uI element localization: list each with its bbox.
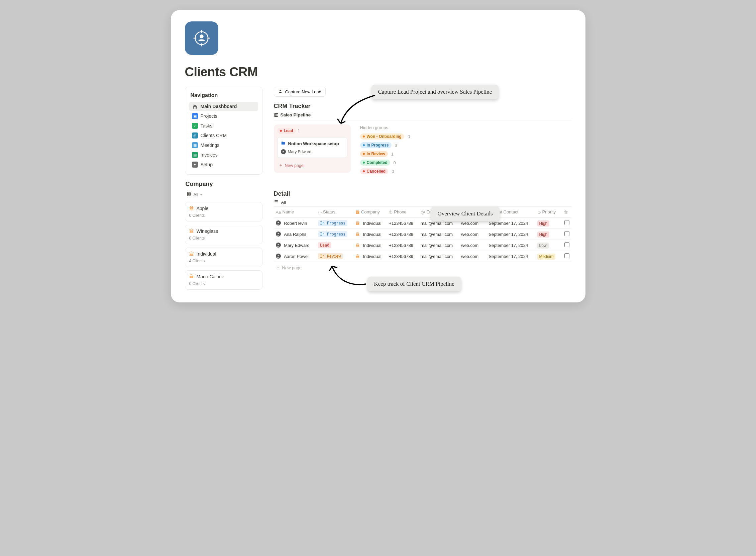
nav-label: Invoices [201, 152, 218, 158]
svg-rect-7 [190, 193, 191, 194]
group-label: In Progress [367, 143, 389, 147]
detail-title: Detail [274, 190, 571, 197]
building-icon: 🏛 [189, 251, 194, 256]
col-company[interactable]: 🏛Company [353, 207, 387, 218]
table-row[interactable]: Mary Edward Lead 🏛 Individual +123456789… [274, 240, 571, 251]
nav-label: Tasks [201, 123, 213, 129]
hidden-group-row[interactable]: Cancelled 0 [360, 168, 410, 174]
svg-rect-11 [274, 113, 278, 116]
nav-item-meetings[interactable]: ▦ Meetings [189, 140, 258, 150]
nav-item-main-dashboard[interactable]: Main Dashboard [189, 102, 258, 111]
app-logo-icon [185, 22, 218, 55]
row-checkbox[interactable] [564, 231, 569, 236]
cell-company: Individual [363, 243, 381, 248]
nav-label: Projects [201, 113, 218, 119]
detail-tab-all[interactable]: All [274, 199, 571, 205]
new-page-label: New page [285, 163, 304, 168]
app-window: Clients CRM Navigation Main Dashboard ▣ … [171, 10, 585, 303]
dot-icon [280, 130, 282, 132]
cell-company: Individual [363, 232, 381, 237]
row-checkbox[interactable] [564, 253, 569, 258]
dot-icon [363, 162, 365, 164]
cell-phone: +123456789 [387, 229, 419, 240]
nav-item-setup[interactable]: ✦ Setup [189, 160, 258, 169]
hidden-group-row[interactable]: In Progress 3 [360, 142, 410, 148]
building-icon: 🏛 [355, 221, 360, 226]
lead-pill[interactable]: Lead [277, 128, 296, 134]
nav-label: Main Dashboard [201, 104, 237, 109]
cell-website: web.com [459, 251, 487, 262]
svg-point-18 [277, 222, 278, 223]
group-pill: In Review [360, 151, 388, 157]
navigation-title: Navigation [191, 92, 257, 98]
company-view-label: All [194, 192, 198, 197]
capture-label: Capture New Lead [285, 89, 321, 94]
lead-card[interactable]: Notion Workspace setup Mary Edward [277, 137, 347, 158]
cell-status: In Progress [318, 220, 347, 226]
nav-item-clients-crm[interactable]: ◎ Clients CRM [189, 131, 258, 140]
col-actions[interactable]: 🗑 [560, 207, 571, 218]
group-count: 0 [393, 160, 396, 165]
company-card[interactable]: 🏛 MacroCalorie 0 Clients [185, 270, 262, 290]
cell-last-contact: September 17, 2024 [487, 251, 535, 262]
capture-new-lead-button[interactable]: Capture New Lead [274, 86, 326, 97]
svg-rect-6 [187, 193, 189, 194]
nav-item-invoices[interactable]: ▤ Invoices [189, 150, 258, 160]
table-row[interactable]: Aaron Powell In Review 🏛 Individual +123… [274, 251, 571, 262]
hidden-group-row[interactable]: Won - Onboarding 0 [360, 134, 410, 139]
row-checkbox[interactable] [564, 242, 569, 247]
navigation-card: Navigation Main Dashboard ▣ Projects ✓ T… [185, 86, 262, 175]
group-count: 0 [408, 134, 410, 139]
col-name[interactable]: AaName [274, 207, 316, 218]
table-row[interactable]: Ana Ralphs In Progress 🏛 Individual +123… [274, 229, 571, 240]
svg-point-10 [279, 90, 281, 91]
detail-new-page[interactable]: ＋ New page [274, 262, 571, 273]
company-sub: 4 Clients [189, 258, 258, 263]
group-count: 3 [395, 143, 397, 148]
cell-email: mail@email.com [419, 240, 459, 251]
table-row[interactable]: Robert levin In Progress 🏛 Individual +1… [274, 218, 571, 229]
new-page-button[interactable]: ＋ New page [277, 160, 347, 171]
nav-label: Meetings [201, 142, 220, 148]
col-phone[interactable]: ✆Phone [387, 207, 419, 218]
cell-name: Mary Edward [284, 243, 310, 248]
lead-label: Lead [284, 129, 293, 133]
company-card[interactable]: 🏛 Apple 0 Clients [185, 202, 262, 221]
tab-sales-pipeline[interactable]: Sales Pipeline [274, 112, 311, 117]
check-icon: ✓ [192, 123, 198, 129]
col-priority[interactable]: ⊙Priority [535, 207, 560, 218]
company-card[interactable]: 🏛 Individual 4 Clients [185, 248, 262, 267]
person-avatar-icon [276, 243, 281, 248]
cell-status: In Progress [318, 231, 347, 237]
nav-label: Clients CRM [201, 133, 227, 138]
group-pill: In Progress [360, 142, 391, 148]
person-avatar-icon [281, 149, 286, 154]
hidden-groups-title: Hidden groups [360, 125, 410, 130]
detail-table: AaName ◌Status 🏛Company ✆Phone @Email ⊕W… [274, 206, 571, 262]
group-label: Completed [367, 160, 387, 165]
company-name: Individual [197, 251, 216, 256]
hidden-group-row[interactable]: Completed 0 [360, 160, 410, 166]
hidden-group-row[interactable]: In Review 1 [360, 151, 410, 157]
cell-company: Individual [363, 221, 381, 226]
lead-count: 1 [298, 129, 300, 133]
svg-rect-8 [187, 195, 189, 196]
sidebar: Navigation Main Dashboard ▣ Projects ✓ T… [185, 86, 262, 293]
building-icon: 🏛 [355, 232, 360, 237]
building-icon: 🏛 [355, 254, 360, 259]
nav-item-projects[interactable]: ▣ Projects [189, 111, 258, 121]
tab-label: Sales Pipeline [280, 112, 311, 117]
building-icon: 🏛 [189, 274, 194, 279]
main-content: Capture New Lead CRM Tracker Sales Pipel… [274, 86, 571, 293]
company-view-selector[interactable]: All ▾ [185, 190, 262, 199]
annotation-callout-1: Capture Lead Project and overview Sales … [372, 84, 499, 99]
company-sub: 0 Clients [189, 213, 258, 218]
row-checkbox[interactable] [564, 220, 569, 225]
cell-phone: +123456789 [387, 240, 419, 251]
calendar-icon: ▦ [192, 142, 198, 148]
company-card[interactable]: 🏛 Wineglass 0 Clients [185, 225, 262, 244]
lead-column: Lead 1 Notion Workspace setup [274, 125, 351, 173]
col-status[interactable]: ◌Status [316, 207, 353, 218]
nav-item-tasks[interactable]: ✓ Tasks [189, 121, 258, 131]
cell-priority: Medium [537, 253, 556, 259]
